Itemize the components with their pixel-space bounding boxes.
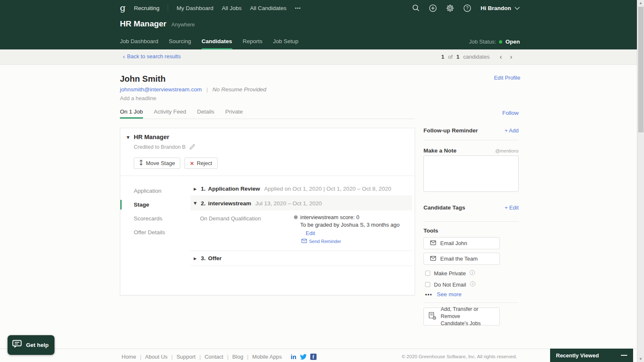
edit-profile-link[interactable]: Edit Profile <box>494 75 520 81</box>
stage-actions: Move Stage × Reject <box>134 158 218 169</box>
followup-add-link[interactable]: + Add <box>504 127 519 134</box>
tab-on-1-job[interactable]: On 1 Job <box>120 109 143 119</box>
footer-links: Home | About Us | Support | Contact | Bl… <box>122 353 317 360</box>
gear-icon[interactable] <box>446 4 454 12</box>
see-more-link[interactable]: See more <box>437 291 462 297</box>
footer-link-home[interactable]: Home <box>122 354 136 360</box>
back-to-search-link[interactable]: ‹ Back to search results <box>123 53 181 59</box>
credited-label: Credited to Brandon B <box>134 144 186 150</box>
candidate-name: John Smith <box>120 74 166 84</box>
help-icon[interactable]: ? <box>463 4 471 12</box>
tools-header: Tools <box>423 228 519 234</box>
contact-divider: | <box>206 86 208 93</box>
tab-job-setup[interactable]: Job Setup <box>273 38 299 49</box>
add-transfer-remove-jobs-button[interactable]: Add, Transfer or Remove Candidate's Jobs <box>423 308 500 326</box>
menu-item-application[interactable]: Application <box>120 184 190 198</box>
tags-header: Candidate Tags + Edit <box>423 204 519 211</box>
top-nav: g Recruiting My Dashboard All Jobs All C… <box>120 2 520 14</box>
tab-details[interactable]: Details <box>197 109 214 119</box>
job-status[interactable]: Job Status: Open <box>469 39 520 45</box>
menu-item-offer-details[interactable]: Offer Details <box>120 225 190 239</box>
tags-edit-link[interactable]: + Edit <box>504 204 519 211</box>
interview-status: interviewstream score: 0 To be graded by… <box>294 214 400 244</box>
note-textarea[interactable] <box>423 155 519 192</box>
credited-row: Credited to Brandon B <box>134 144 195 150</box>
reject-x-icon: × <box>190 160 194 166</box>
stage-dates: Jul 13, 2020 – Oct 1, 2020 <box>255 200 322 207</box>
collapse-caret-icon[interactable]: ▼ <box>127 135 130 140</box>
tab-candidates[interactable]: Candidates <box>202 38 232 49</box>
note-title: Make a Note <box>423 147 457 154</box>
sidebar-divider <box>423 221 519 222</box>
pager-prev-icon[interactable]: ‹ <box>498 53 504 60</box>
twitter-icon[interactable] <box>300 354 307 360</box>
svg-text:?: ? <box>466 5 469 10</box>
edit-grader-link[interactable]: Edit <box>306 230 400 236</box>
footer-link-mobile-apps[interactable]: Mobile Apps <box>252 354 282 360</box>
stage-dates: Applied on Oct 1, 2020 | Oct 1, 2020 – O… <box>264 186 391 192</box>
footer-link-support[interactable]: Support <box>177 354 196 360</box>
scrollbar-down-icon[interactable]: ▼ <box>637 357 644 361</box>
pager-next-icon[interactable]: › <box>508 53 514 60</box>
nav-all-jobs[interactable]: All Jobs <box>222 5 242 11</box>
email-team-button[interactable]: Email the Team <box>423 253 500 265</box>
back-link-label: Back to search results <box>127 53 181 59</box>
nav-my-dashboard[interactable]: My Dashboard <box>177 5 213 11</box>
candidate-contact-row: johnsmith@interviewstream.com | No Resum… <box>120 86 266 93</box>
email-candidate-button[interactable]: Email John <box>423 237 500 249</box>
user-menu[interactable]: Hi Brandon <box>480 4 520 12</box>
add-headline-link[interactable]: Add a headline <box>120 95 156 101</box>
footer-link-about-us[interactable]: About Us <box>145 354 167 360</box>
greenhouse-logo-icon[interactable]: g <box>120 4 125 13</box>
interview-name: On Demand Qualification <box>190 214 294 244</box>
footer-link-blog[interactable]: Blog <box>232 354 243 360</box>
make-private-checkbox[interactable] <box>425 271 430 276</box>
move-stage-button[interactable]: Move Stage <box>134 158 180 169</box>
menu-item-stage[interactable]: Stage <box>120 198 190 212</box>
search-icon[interactable] <box>412 4 420 12</box>
scrollbar-thumb[interactable] <box>638 7 644 132</box>
email-candidate-label: Email John <box>440 240 467 246</box>
make-private-row: Make Private i <box>425 269 475 277</box>
chevron-down-icon <box>514 4 520 12</box>
send-reminder-link[interactable]: Send Reminder <box>301 239 400 244</box>
move-stage-label: Move Stage <box>146 160 175 166</box>
footer-separator: | <box>247 354 248 360</box>
info-icon[interactable]: i <box>470 281 475 288</box>
nav-all-candidates[interactable]: All Candidates <box>250 5 286 11</box>
stage-row-offer[interactable]: ▶ 3. Offer <box>190 251 412 266</box>
do-not-email-checkbox[interactable] <box>425 282 430 287</box>
info-icon[interactable]: i <box>470 269 475 277</box>
footer-link-contact[interactable]: Contact <box>205 354 223 360</box>
card-job-title: HR Manager <box>134 134 169 140</box>
scrollbar-up-icon[interactable]: ▲ <box>637 1 644 5</box>
candidate-email-link[interactable]: johnsmith@interviewstream.com <box>120 86 202 93</box>
get-help-button[interactable]: Get help <box>8 335 55 355</box>
add-icon[interactable] <box>429 4 437 12</box>
top-nav-right: ? Hi Brandon <box>412 4 520 12</box>
vertical-scrollbar[interactable]: ▲ ▼ <box>637 0 644 362</box>
tab-sourcing[interactable]: Sourcing <box>169 38 191 49</box>
job-tabs: Job Dashboard Sourcing Candidates Report… <box>120 38 299 49</box>
footer-separator: | <box>171 354 173 360</box>
reject-button[interactable]: × Reject <box>184 158 218 169</box>
stage-row-application-review[interactable]: ▶ 1. Application Review Applied on Oct 1… <box>190 182 412 196</box>
minimize-icon[interactable] <box>621 355 627 356</box>
product-name[interactable]: Recruiting <box>134 5 159 11</box>
more-dots-icon: ••• <box>425 292 432 297</box>
tab-private[interactable]: Private <box>225 109 243 119</box>
stage-row-interviewstream[interactable]: ▼ 2. interviewstream Jul 13, 2020 – Oct … <box>190 196 412 210</box>
pager-of: of <box>448 54 453 60</box>
recently-viewed-bar[interactable]: Recently Viewed <box>550 349 633 362</box>
edit-credit-pencil-icon[interactable] <box>189 144 195 150</box>
facebook-icon[interactable]: f <box>310 354 317 360</box>
nav-more-icon[interactable]: ••• <box>295 5 301 10</box>
caret-down-icon: ▼ <box>194 201 198 205</box>
menu-item-scorecards[interactable]: Scorecards <box>120 212 190 225</box>
tab-activity-feed[interactable]: Activity Feed <box>154 109 186 119</box>
tab-job-dashboard[interactable]: Job Dashboard <box>120 38 158 49</box>
linkedin-icon[interactable]: in <box>291 353 296 360</box>
tab-reports[interactable]: Reports <box>243 38 262 49</box>
follow-link[interactable]: Follow <box>502 110 519 116</box>
email-team-label: Email the Team <box>440 256 478 262</box>
